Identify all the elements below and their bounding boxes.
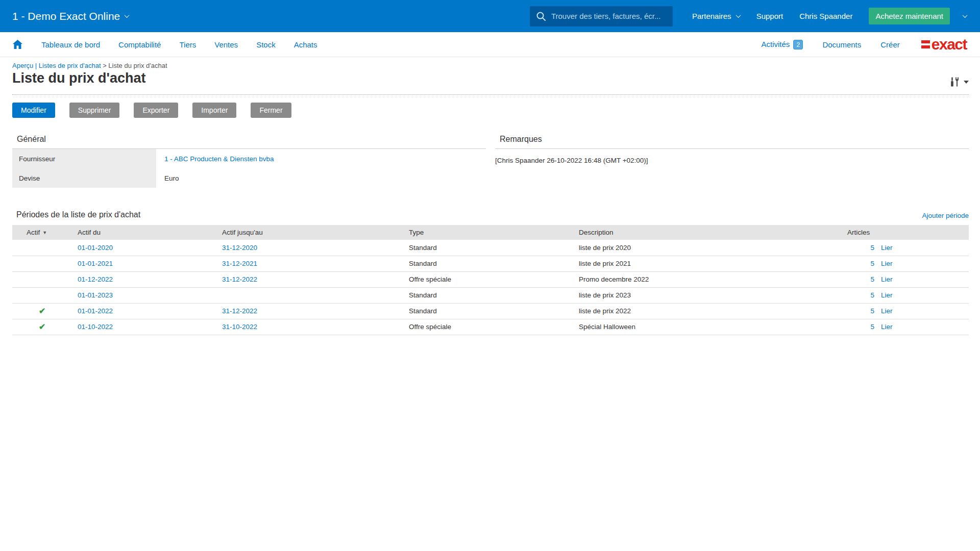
exact-logo: exact — [921, 37, 967, 52]
lier-link[interactable]: Lier — [881, 276, 893, 283]
activities-link[interactable]: Activités2 — [762, 40, 803, 49]
chevron-down-icon — [125, 13, 130, 18]
active-check-icon: ✔ — [39, 322, 45, 331]
column-header-actif-du[interactable]: Actif du — [66, 225, 210, 240]
periods-heading: Périodes de la liste de prix d'achat — [12, 210, 140, 219]
page-title: Liste du prix d'achat — [12, 70, 145, 86]
chevron-down-icon — [963, 13, 968, 18]
period-description: liste de prix 2022 — [567, 303, 836, 319]
articles-count-link[interactable]: 5 — [867, 244, 874, 252]
partners-menu[interactable]: Partenaires — [692, 12, 740, 20]
nav-item-ventes[interactable]: Ventes — [214, 40, 238, 49]
lier-link[interactable]: Lier — [881, 307, 893, 315]
nav-item-tableaux-de-bord[interactable]: Tableaux de bord — [41, 40, 100, 49]
create-link[interactable]: Créer — [880, 40, 900, 49]
general-heading: Général — [12, 135, 486, 149]
top-bar: 1 - Demo Exact Online Partenaires Suppor… — [0, 0, 980, 32]
active-check-icon: ✔ — [39, 307, 45, 315]
column-header-articles[interactable]: Articles — [836, 225, 969, 240]
breadcrumb-separator: > — [101, 62, 109, 69]
breadcrumb-parent-link[interactable]: Aperçu | Listes de prix d'achat — [12, 62, 101, 69]
home-icon — [12, 39, 23, 49]
period-to-link[interactable]: 31-12-2021 — [222, 260, 257, 267]
search-icon[interactable] — [536, 11, 546, 21]
chevron-down-icon — [736, 13, 741, 18]
general-section: Général Fournisseur 1 - ABC Producten & … — [12, 135, 486, 188]
company-name: 1 - Demo Exact Online — [12, 10, 120, 22]
table-header-row: Actif▼ Actif du Actif jusqu'au Type Desc… — [12, 225, 969, 240]
buy-now-button[interactable]: Achetez maintenant — [869, 8, 950, 24]
add-period-link[interactable]: Ajouter période — [922, 212, 969, 219]
lier-link[interactable]: Lier — [881, 260, 893, 267]
column-header-actif-jusquau[interactable]: Actif jusqu'au — [210, 225, 397, 240]
tools-icon — [949, 77, 960, 87]
period-type: Standard — [397, 256, 567, 271]
remarks-section: Remarques [Chris Spaander 26-10-2022 16:… — [495, 135, 969, 188]
periods-section: Périodes de la liste de prix d'achat Ajo… — [12, 210, 969, 335]
table-row: ✔ 01-10-2022 31-10-2022 Offre spéciale S… — [12, 319, 969, 335]
articles-count-link[interactable]: 5 — [867, 260, 874, 267]
importer-button[interactable]: Importer — [192, 103, 236, 118]
period-from-link[interactable]: 01-01-2022 — [78, 307, 113, 315]
nav-item-achats[interactable]: Achats — [294, 40, 317, 49]
action-toolbar: Modifier Supprimer Exporter Importer Fer… — [12, 103, 969, 118]
articles-count-link[interactable]: 5 — [867, 291, 874, 299]
nav-item-tiers[interactable]: Tiers — [179, 40, 196, 49]
lier-link[interactable]: Lier — [881, 323, 893, 331]
column-header-actif[interactable]: Actif▼ — [12, 225, 66, 240]
modifier-button[interactable]: Modifier — [12, 103, 55, 118]
nav-item-stock[interactable]: Stock — [256, 40, 276, 49]
fermer-button[interactable]: Fermer — [251, 103, 291, 118]
breadcrumb: Aperçu | Listes de prix d'achat > Liste … — [12, 62, 969, 69]
table-row: ✔ 01-01-2022 31-12-2022 Standard liste d… — [12, 303, 969, 319]
table-row: 01-01-2020 31-12-2020 Standard liste de … — [12, 240, 969, 256]
period-type: Offre spéciale — [397, 319, 567, 335]
period-type: Standard — [397, 287, 567, 303]
global-search[interactable] — [530, 6, 673, 27]
period-from-link[interactable]: 01-10-2022 — [78, 323, 113, 331]
period-to-link[interactable]: 31-10-2022 — [222, 323, 257, 331]
chevron-down-icon — [964, 81, 969, 84]
lier-link[interactable]: Lier — [881, 291, 893, 299]
exact-logo-bars-icon — [921, 40, 930, 48]
fournisseur-value-link[interactable]: 1 - ABC Producten & Diensten bvba — [164, 155, 274, 163]
page-settings-menu[interactable] — [949, 77, 969, 87]
nav-item-comptabilite[interactable]: Comptabilité — [118, 40, 161, 49]
period-description: liste de prix 2020 — [567, 240, 836, 256]
support-link[interactable]: Support — [756, 12, 783, 20]
lier-link[interactable]: Lier — [881, 244, 893, 252]
articles-count-link[interactable]: 5 — [867, 323, 874, 331]
remarks-heading: Remarques — [495, 135, 969, 149]
main-nav-bar: Tableaux de bord Comptabilité Tiers Vent… — [0, 32, 980, 57]
articles-count-link[interactable]: 5 — [867, 276, 874, 283]
supprimer-button[interactable]: Supprimer — [69, 103, 120, 118]
articles-count-link[interactable]: 5 — [867, 307, 874, 315]
period-to-link[interactable]: 31-12-2020 — [222, 244, 257, 252]
period-description: liste de prix 2021 — [567, 256, 836, 271]
period-description: Promo decembre 2022 — [567, 271, 836, 287]
breadcrumb-current: Liste du prix d'achat — [108, 62, 167, 69]
company-selector[interactable]: 1 - Demo Exact Online — [12, 10, 129, 22]
period-from-link[interactable]: 01-01-2023 — [78, 291, 113, 299]
exporter-button[interactable]: Exporter — [134, 103, 178, 118]
period-from-link[interactable]: 01-12-2022 — [78, 276, 113, 283]
period-from-link[interactable]: 01-01-2021 — [78, 260, 113, 267]
period-type: Standard — [397, 303, 567, 319]
periods-table: Actif▼ Actif du Actif jusqu'au Type Desc… — [12, 225, 969, 335]
period-type: Offre spéciale — [397, 271, 567, 287]
column-header-description[interactable]: Description — [567, 225, 836, 240]
period-description: Spécial Halloween — [567, 319, 836, 335]
devise-value: Euro — [156, 168, 486, 188]
table-row: 01-01-2021 31-12-2021 Standard liste de … — [12, 256, 969, 271]
period-to-link[interactable]: 31-12-2022 — [222, 276, 257, 283]
search-input[interactable] — [551, 12, 667, 20]
home-button[interactable] — [12, 39, 23, 49]
user-menu[interactable]: Chris Spaander — [799, 12, 852, 20]
title-separator — [12, 94, 969, 95]
topbar-more-menu[interactable] — [963, 14, 967, 18]
documents-link[interactable]: Documents — [822, 40, 861, 49]
period-from-link[interactable]: 01-01-2020 — [78, 244, 113, 252]
column-header-type[interactable]: Type — [397, 225, 567, 240]
table-row: 01-12-2022 31-12-2022 Offre spéciale Pro… — [12, 271, 969, 287]
period-to-link[interactable]: 31-12-2022 — [222, 307, 257, 315]
